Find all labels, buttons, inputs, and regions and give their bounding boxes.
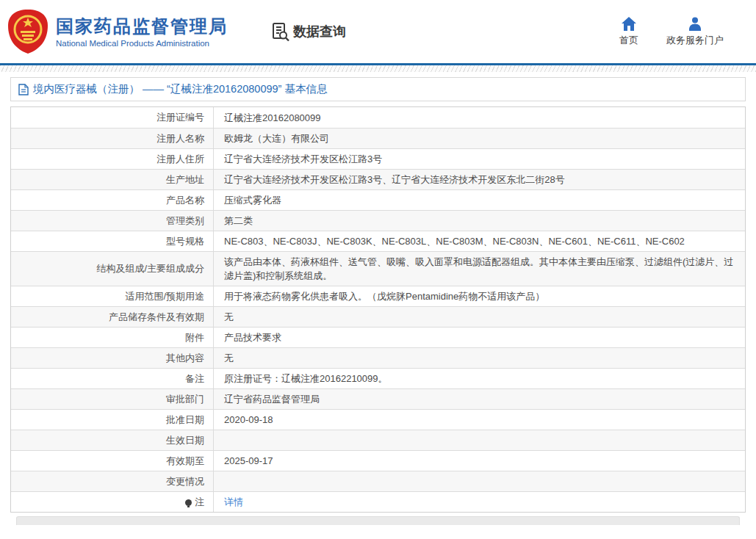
table-row: 附件产品技术要求 xyxy=(11,327,745,347)
row-value: 第二类 xyxy=(214,211,745,231)
page-title: 境内医疗器械（注册） —— “辽械注准20162080099” 基本信息 xyxy=(33,82,327,96)
row-value: 压缩式雾化器 xyxy=(214,190,745,210)
row-value: 2025-09-17 xyxy=(214,451,745,471)
home-icon xyxy=(622,17,636,31)
row-label: 适用范围/预期用途 xyxy=(11,286,214,306)
table-row: 型号规格NE-C803、NE-C803J、NE-C803K、NE-C803L、N… xyxy=(11,231,745,251)
row-label: 批准日期 xyxy=(11,410,214,430)
table-row: 适用范围/预期用途用于将液态药物雾化供患者吸入。（戊烷脒Pentamidine药… xyxy=(11,286,745,306)
row-value: 辽械注准20162080099 xyxy=(214,107,745,128)
table-row: 其他内容无 xyxy=(11,347,745,368)
footer-band xyxy=(16,516,740,525)
row-label: 变更情况 xyxy=(11,471,214,491)
main-content: 境内医疗器械（注册） —— “辽械注准20162080099” 基本信息 注册证… xyxy=(10,77,746,525)
brand-title-cn: 国家药品监督管理局 xyxy=(56,16,228,37)
table-row: 产品名称压缩式雾化器 xyxy=(11,189,745,210)
row-value: NE-C803、NE-C803J、NE-C803K、NE-C803L、NE-C8… xyxy=(214,231,745,251)
row-value xyxy=(214,471,745,491)
row-value: 辽宁省药品监督管理局 xyxy=(214,389,745,409)
row-label: 审批部门 xyxy=(11,389,214,409)
row-value: 产品技术要求 xyxy=(214,328,745,347)
row-value: 无 xyxy=(214,307,745,327)
row-value: 用于将液态药物雾化供患者吸入。（戊烷脒Pentamidine药物不适用该产品） xyxy=(214,286,745,306)
table-row: 注册人名称欧姆龙（大连）有限公司 xyxy=(11,128,745,148)
detail-link[interactable]: 详情 xyxy=(224,495,243,509)
national-emblem-logo xyxy=(7,9,48,54)
row-label: 有效期至 xyxy=(11,451,214,471)
nav-gov-portal-label: 政务服务门户 xyxy=(666,34,724,47)
row-value: 原注册证号：辽械注准20162210099。 xyxy=(214,369,745,388)
table-row: 变更情况 xyxy=(11,471,745,491)
row-label: 管理类别 xyxy=(11,211,214,231)
table-row: 管理类别第二类 xyxy=(11,210,745,231)
document-search-icon xyxy=(270,22,290,42)
brand-title-en: National Medical Products Administration xyxy=(56,39,228,48)
site-header: 国家药品监督管理局 National Medical Products Admi… xyxy=(0,0,756,63)
table-row: 结构及组成/主要组成成分该产品由本体、药液杯组件、送气管、吸嘴、吸入面罩和电源适… xyxy=(11,251,745,286)
table-row: 注详情 xyxy=(11,491,745,512)
hatched-band xyxy=(0,65,756,72)
data-query-section[interactable]: 数据查询 xyxy=(270,22,346,42)
page-title-bar: 境内医疗器械（注册） —— “辽械注准20162080099” 基本信息 xyxy=(10,77,746,101)
row-value: 欧姆龙（大连）有限公司 xyxy=(214,129,745,148)
row-label: 产品储存条件及有效期 xyxy=(11,307,214,327)
table-row: 批准日期2020-09-18 xyxy=(11,409,745,430)
row-label: 注册人名称 xyxy=(11,129,214,148)
row-value: 该产品由本体、药液杯组件、送气管、吸嘴、吸入面罩和电源适配器组成。其中本体主要由… xyxy=(214,252,745,286)
table-row: 生产地址辽宁省大连经济技术开发区松江路3号、辽宁省大连经济技术开发区东北二街28… xyxy=(11,169,745,189)
row-label: 型号规格 xyxy=(11,231,214,251)
row-value xyxy=(214,430,745,450)
table-row: 注册证编号辽械注准20162080099 xyxy=(11,107,745,128)
nav-gov-portal[interactable]: 政务服务门户 xyxy=(666,17,724,47)
row-label: 生效日期 xyxy=(11,430,214,450)
user-icon xyxy=(688,17,702,31)
info-table-body: 注册证编号辽械注准20162080099注册人名称欧姆龙（大连）有限公司注册人住… xyxy=(11,107,745,512)
info-table: 注册证编号辽械注准20162080099注册人名称欧姆龙（大连）有限公司注册人住… xyxy=(10,106,746,513)
nav-home[interactable]: 首页 xyxy=(619,17,638,47)
row-label: 其他内容 xyxy=(11,348,214,368)
row-label: 结构及组成/主要组成成分 xyxy=(11,252,214,286)
row-label: 产品名称 xyxy=(11,190,214,210)
header-nav: 首页 政务服务门户 xyxy=(619,17,756,47)
row-label: 备注 xyxy=(11,369,214,388)
row-label: 注 xyxy=(11,492,214,512)
table-row: 产品储存条件及有效期无 xyxy=(11,306,745,327)
table-row: 有效期至2025-09-17 xyxy=(11,450,745,471)
data-query-label: 数据查询 xyxy=(293,23,346,40)
brand-block: 国家药品监督管理局 National Medical Products Admi… xyxy=(56,16,228,48)
row-label: 注册人住所 xyxy=(11,149,214,169)
table-row: 审批部门辽宁省药品监督管理局 xyxy=(11,388,745,409)
row-value: 2020-09-18 xyxy=(214,410,745,430)
row-label: 生产地址 xyxy=(11,170,214,189)
page-icon xyxy=(18,84,29,95)
row-value: 辽宁省大连经济技术开发区松江路3号 xyxy=(214,149,745,169)
nav-home-label: 首页 xyxy=(619,34,638,47)
table-row: 注册人住所辽宁省大连经济技术开发区松江路3号 xyxy=(11,148,745,169)
bulb-icon xyxy=(185,499,192,506)
row-value: 辽宁省大连经济技术开发区松江路3号、辽宁省大连经济技术开发区东北二街28号 xyxy=(214,170,745,189)
row-value: 详情 xyxy=(214,492,745,512)
table-row: 生效日期 xyxy=(11,430,745,450)
row-value: 无 xyxy=(214,348,745,368)
row-label: 注册证编号 xyxy=(11,107,214,128)
table-row: 备注原注册证号：辽械注准20162210099。 xyxy=(11,368,745,388)
row-label: 附件 xyxy=(11,328,214,347)
